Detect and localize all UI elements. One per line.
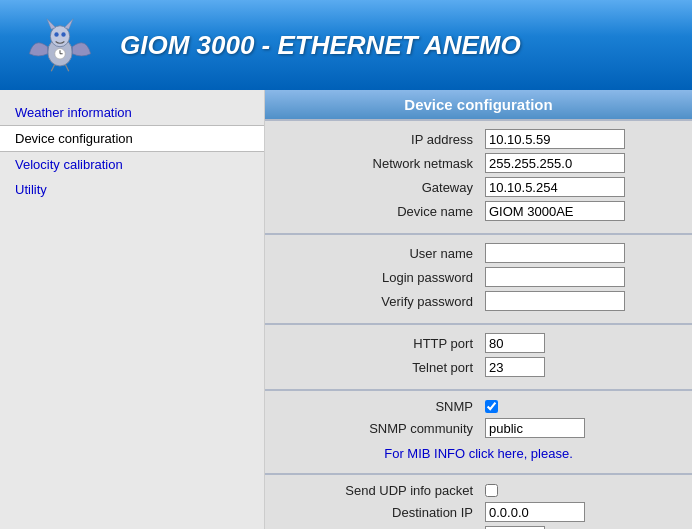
mib-info-link[interactable]: For MIB INFO click here, please.	[384, 446, 573, 461]
snmp-checkbox[interactable]	[485, 400, 498, 413]
device-name-label: Device name	[285, 204, 485, 219]
weather-link[interactable]: Weather information	[15, 105, 132, 120]
dest-ip-input[interactable]	[485, 502, 585, 522]
telnet-port-row: Telnet port	[285, 357, 672, 377]
velocity-link[interactable]: Velocity calibration	[15, 157, 123, 172]
snmp-community-label: SNMP community	[285, 421, 485, 436]
app-title: GIOM 3000 - ETHERNET ANEMO	[120, 30, 521, 61]
svg-line-6	[51, 64, 55, 71]
login-pw-row: Login password	[285, 267, 672, 287]
udp-enabled-label: Send UDP info packet	[285, 483, 485, 498]
sidebar-item-weather[interactable]: Weather information	[0, 100, 264, 125]
auth-section: User name Login password Verify password	[265, 233, 692, 323]
udp-enabled-checkbox[interactable]	[485, 484, 498, 497]
snmp-section: SNMP SNMP community For MIB INFO click h…	[265, 389, 692, 473]
verify-pw-label: Verify password	[285, 294, 485, 309]
ip-row: IP address	[285, 129, 672, 149]
device-name-row: Device name	[285, 201, 672, 221]
ip-input[interactable]	[485, 129, 625, 149]
udp-section: Send UDP info packet Destination IP Dest…	[265, 473, 692, 529]
logo	[20, 5, 100, 85]
mib-link-row: For MIB INFO click here, please.	[285, 442, 672, 465]
verify-pw-row: Verify password	[285, 291, 672, 311]
http-port-input[interactable]	[485, 333, 545, 353]
netmask-row: Network netmask	[285, 153, 672, 173]
snmp-community-row: SNMP community	[285, 418, 672, 438]
login-password-input[interactable]	[485, 267, 625, 287]
ports-section: HTTP port Telnet port	[265, 323, 692, 389]
svg-line-7	[65, 64, 69, 71]
dest-ip-label: Destination IP	[285, 505, 485, 520]
http-port-row: HTTP port	[285, 333, 672, 353]
gateway-row: Gateway	[285, 177, 672, 197]
svg-point-5	[61, 32, 65, 36]
netmask-input[interactable]	[485, 153, 625, 173]
netmask-label: Network netmask	[285, 156, 485, 171]
snmp-community-input[interactable]	[485, 418, 585, 438]
utility-link[interactable]: Utility	[15, 182, 47, 197]
udp-enabled-row: Send UDP info packet	[285, 483, 672, 498]
gateway-label: Gateway	[285, 180, 485, 195]
content-area: Device configuration IP address Network …	[265, 90, 692, 529]
bat-icon	[25, 10, 95, 80]
username-input[interactable]	[485, 243, 625, 263]
username-label: User name	[285, 246, 485, 261]
svg-marker-3	[64, 19, 73, 30]
device-name-input[interactable]	[485, 201, 625, 221]
svg-marker-2	[47, 19, 56, 30]
telnet-port-input[interactable]	[485, 357, 545, 377]
gateway-input[interactable]	[485, 177, 625, 197]
snmp-label: SNMP	[285, 399, 485, 414]
page-title: Device configuration	[265, 90, 692, 119]
sidebar-item-utility[interactable]: Utility	[0, 177, 264, 202]
sidebar: Weather information Device configuration…	[0, 90, 265, 529]
network-section: IP address Network netmask Gateway Devic…	[265, 119, 692, 233]
sidebar-item-label-device: Device configuration	[15, 131, 133, 146]
main-layout: Weather information Device configuration…	[0, 90, 692, 529]
ip-label: IP address	[285, 132, 485, 147]
snmp-row: SNMP	[285, 399, 672, 414]
login-pw-label: Login password	[285, 270, 485, 285]
header: GIOM 3000 - ETHERNET ANEMO	[0, 0, 692, 90]
sidebar-item-velocity[interactable]: Velocity calibration	[0, 152, 264, 177]
dest-ip-row: Destination IP	[285, 502, 672, 522]
telnet-port-label: Telnet port	[285, 360, 485, 375]
sidebar-item-device[interactable]: Device configuration	[0, 125, 264, 152]
verify-password-input[interactable]	[485, 291, 625, 311]
svg-point-4	[54, 32, 58, 36]
username-row: User name	[285, 243, 672, 263]
http-port-label: HTTP port	[285, 336, 485, 351]
